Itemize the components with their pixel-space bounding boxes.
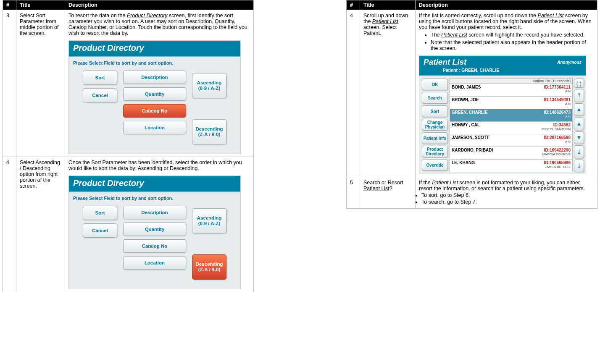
patient-name: LE, KHANG xyxy=(452,160,475,165)
sort-field-buttons: Description Quantity Catalog No Location xyxy=(123,206,186,270)
patient-name: BOND, JAMES xyxy=(452,85,481,89)
list-item: Note that the selected patient also appe… xyxy=(431,39,594,51)
patient-sub: A N xyxy=(452,89,571,93)
anonymous-label: Anonymous xyxy=(557,60,582,65)
description-button[interactable]: Description xyxy=(123,71,186,84)
ascending-button[interactable]: Ascending (0-9 / A-Z) xyxy=(192,208,226,233)
ascending-button[interactable]: Ascending (0-9 / A-Z) xyxy=(192,73,226,98)
list-item: To sort, go to Step 6. xyxy=(421,192,594,198)
patient-row[interactable]: JAMESON, SCOTTID:207168580A N xyxy=(450,134,573,147)
patient-list-screenshot: Patient List Anonymous Patient : GREEN, … xyxy=(419,55,586,174)
action-button-change-physician[interactable]: Change Physician xyxy=(422,119,448,131)
product-directory-screenshot-1: Product Directory Please Select Field to… xyxy=(68,40,241,154)
patient-id: ID:148826473 xyxy=(544,110,571,115)
scroll-button[interactable]: ( ) xyxy=(574,79,584,88)
catalog-no-button[interactable]: Catalog No xyxy=(123,104,186,118)
step-num: 4 xyxy=(347,10,360,177)
description-button[interactable]: Description xyxy=(123,206,186,219)
order-buttons: Ascending (0-9 / A-Z) Descending (Z-A / … xyxy=(192,73,226,144)
descending-button[interactable]: Descending (Z-A / 9-0) xyxy=(192,119,226,144)
scroll-button[interactable]: ▼ xyxy=(574,131,584,144)
link-patient-list: Patient List xyxy=(441,32,467,38)
quantity-button[interactable]: Quantity xyxy=(123,87,186,101)
pshot-body: OKSearchSortChange PhysicianPatient Info… xyxy=(419,76,586,174)
col-desc: Description xyxy=(416,0,597,10)
quantity-button[interactable]: Quantity xyxy=(123,223,186,236)
step-title: Select Ascending / Descending option fro… xyxy=(16,157,65,292)
patient-row[interactable]: KARDONO, PRIBADIID:169422200MARCIA POKRI… xyxy=(450,147,573,160)
col-title: Title xyxy=(16,0,65,10)
step-desc: To resort the data on the Product Direct… xyxy=(65,10,254,157)
patient-name: KARDONO, PRIBADI xyxy=(452,148,493,152)
action-button-sort[interactable]: Sort xyxy=(422,105,448,117)
step-desc: If the list is sorted correctly, scroll … xyxy=(416,10,597,177)
action-button-product-directory[interactable]: Product Directory xyxy=(422,146,448,157)
col-num: # xyxy=(347,0,360,10)
link-patient-list: Patient List xyxy=(363,186,389,191)
shot-title: Product Directory xyxy=(69,41,240,57)
scroll-button[interactable]: ⤒ xyxy=(574,89,584,102)
step-title: Select Sort Parameter from middle portio… xyxy=(16,10,65,157)
patient-id: ID:169422200 xyxy=(544,148,571,152)
list-header: Patient List (15 records) xyxy=(450,79,573,84)
location-button[interactable]: Location xyxy=(123,121,186,134)
action-button-patient-info[interactable]: Patient Info xyxy=(422,132,448,144)
steps-table-left: # Title Description 3 Select Sort Parame… xyxy=(3,0,254,292)
step-num: 3 xyxy=(3,10,16,157)
patient-sub: A N xyxy=(452,115,571,118)
link-patient-list: Patient List xyxy=(432,180,458,186)
patient-id: ID:134549491 xyxy=(544,97,571,102)
link-patient-list: Patient List xyxy=(372,18,398,24)
scroll-button[interactable]: ▲ xyxy=(574,103,584,116)
table-row: 5 Search or Resort Patient List? If the … xyxy=(347,177,597,209)
sort-button[interactable]: Sort xyxy=(83,206,117,220)
table-row: 4 Scroll up and down the Patient List sc… xyxy=(347,10,597,177)
shot-body: Sort Cancel Description Quantity Catalog… xyxy=(69,203,240,289)
patient-row[interactable]: BOND, JAMESID:177364111A N xyxy=(450,84,573,97)
action-button-search[interactable]: Search xyxy=(422,92,448,104)
right-column: # Title Description 4 Scroll up and down… xyxy=(346,0,597,364)
patient-name: BROWN, JOE xyxy=(452,97,479,102)
pshot-subheader: Patient : GREEN, CHARLIE xyxy=(419,68,586,76)
cancel-button[interactable]: Cancel xyxy=(83,223,117,238)
catalog-no-button[interactable]: Catalog No xyxy=(123,239,186,253)
location-button[interactable]: Location xyxy=(123,256,186,270)
text: ? xyxy=(389,186,392,191)
link-product-directory: Product Directory xyxy=(127,13,168,18)
step-desc: If the Patient List screen is not format… xyxy=(416,177,597,209)
list-item: The Patient List screen will highlight t… xyxy=(431,32,594,38)
action-button-override[interactable]: Override xyxy=(422,159,448,171)
product-directory-screenshot-2: Product Directory Please Select Field to… xyxy=(68,175,241,289)
bullet-list: The Patient List screen will highlight t… xyxy=(431,32,594,51)
col-num: # xyxy=(3,0,16,10)
patient-row[interactable]: BROWN, JOEID:134549491A N xyxy=(450,97,573,109)
patient-row[interactable]: HONWY , CALID:34562JOSEPH MAROON xyxy=(450,122,573,134)
pshot-title: Patient List xyxy=(424,58,466,67)
scroll-buttons: ( )⤒▲▲▼⤓⤓ xyxy=(574,79,584,172)
patient-sub: JAMES BEITZEL xyxy=(452,165,571,169)
patient-id: ID:190565996 xyxy=(544,160,571,165)
descending-button[interactable]: Descending (Z-A / 9-0) xyxy=(192,254,226,280)
list-item: To search, go to Step 7. xyxy=(421,199,594,205)
step-num: 4 xyxy=(3,157,16,292)
patient-row[interactable]: GREEN, CHARLIEID:148826473A N xyxy=(450,109,573,122)
scroll-button[interactable]: ⤓ xyxy=(574,145,584,158)
patient-row[interactable]: LE, KHANGID:190565996JAMES BEITZEL xyxy=(450,160,573,172)
text: The xyxy=(431,32,441,38)
patient-list: Patient List (15 records) BOND, JAMESID:… xyxy=(450,79,573,172)
order-buttons: Ascending (0-9 / A-Z) Descending (Z-A / … xyxy=(192,208,226,280)
sort-field-buttons: Description Quantity Catalog No Location xyxy=(123,71,186,134)
sort-button[interactable]: Sort xyxy=(83,71,117,85)
patient-sub: MARCIA POKRIVA xyxy=(452,152,571,156)
steps-table-right: # Title Description 4 Scroll up and down… xyxy=(346,0,597,209)
text: To resort the data on the xyxy=(68,13,127,18)
text: If the xyxy=(419,180,432,186)
scroll-button[interactable]: ⤓ xyxy=(574,160,584,173)
patient-list-wrap: Patient List (15 records) BOND, JAMESID:… xyxy=(450,79,584,172)
text: screen. Select Patient. xyxy=(363,24,397,36)
action-button-ok[interactable]: OK xyxy=(422,79,448,90)
cancel-button[interactable]: Cancel xyxy=(83,88,117,102)
bullet-list: To sort, go to Step 6. To search, go to … xyxy=(421,192,594,205)
patient-sub: JOSEPH MAROON xyxy=(452,127,571,131)
scroll-button[interactable]: ▲ xyxy=(574,117,584,130)
